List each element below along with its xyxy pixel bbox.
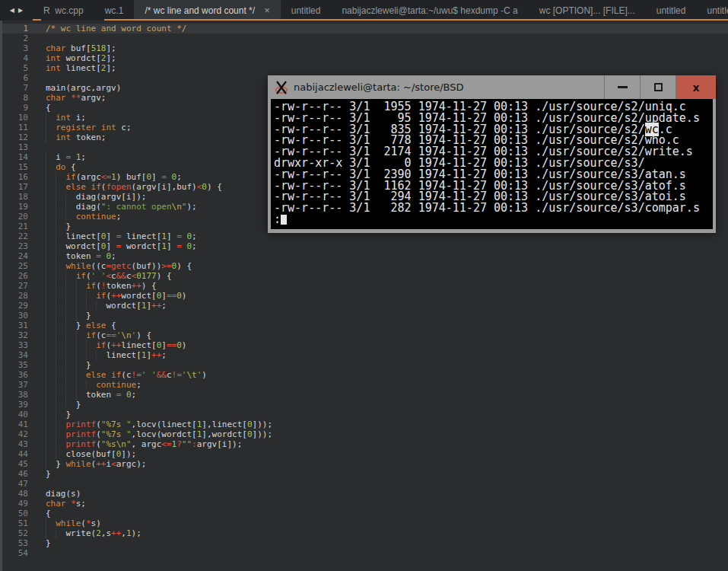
indent-guide — [46, 340, 56, 350]
indent-guide — [76, 340, 86, 350]
code-line[interactable]: 51while(*s) — [0, 518, 728, 528]
code-token: int — [56, 132, 71, 142]
code-line[interactable]: 24token = 0; — [0, 251, 728, 261]
tab[interactable]: R wc.cpp — [33, 0, 94, 21]
tab[interactable]: untitled — [281, 0, 332, 21]
tab[interactable]: untitled — [696, 0, 728, 21]
code-line[interactable]: 2 — [0, 33, 728, 43]
indent-guide — [46, 113, 56, 123]
code-token: if — [76, 271, 86, 281]
code-token: printf — [65, 439, 96, 449]
indent-guide — [56, 400, 65, 410]
code-line[interactable]: 50{ — [0, 509, 728, 518]
code-line[interactable]: 46} — [0, 469, 728, 479]
code-line[interactable]: 25while((c=getc(buf))>=0) { — [0, 261, 728, 271]
code-line[interactable]: 42printf("%7s ",locv(wordct[1],wordct[0]… — [0, 429, 728, 439]
line-number: 38 — [0, 390, 28, 400]
tab[interactable]: /* wc line and word count */× — [134, 0, 280, 21]
code-text: printf("%7s ",locv(wordct[1],wordct[0]))… — [46, 429, 272, 439]
code-line[interactable]: 38token = 0; — [0, 390, 728, 400]
code-line[interactable]: 1/* wc line and word count */ — [0, 24, 728, 33]
code-line[interactable]: 31} else { — [0, 321, 728, 330]
line-number: 53 — [0, 538, 28, 548]
code-token: * — [86, 518, 91, 528]
code-token: ( — [86, 271, 91, 281]
terminal-screen[interactable]: -rw-r--r-- 3/1 1955 1974-11-27 00:13 ./u… — [268, 99, 716, 233]
code-line[interactable]: 30} — [0, 311, 728, 321]
minimize-button[interactable] — [604, 75, 640, 99]
tab[interactable]: wc [OPTION]... [FILE]... — [529, 0, 646, 21]
code-token: getc — [111, 261, 132, 271]
code-line[interactable]: 36else if(c!=' '&&c!='\t') — [0, 370, 728, 380]
code-line[interactable]: 49char *s; — [0, 499, 728, 509]
code-token: = — [96, 251, 101, 261]
code-token: ] — [106, 241, 116, 251]
indent-guide — [46, 162, 56, 172]
code-token: ])); — [253, 419, 273, 429]
line-number: 33 — [0, 340, 28, 350]
indent-guide — [46, 123, 56, 132]
tab-close-icon[interactable]: × — [264, 5, 270, 15]
code-line[interactable]: 3char buf[518]; — [0, 43, 728, 53]
code-text: while((c=getc(buf))>=0) { — [46, 261, 192, 271]
code-line[interactable]: 40} — [0, 410, 728, 419]
code-text: wordct[0] = wordct[1] = 0; — [46, 241, 197, 251]
tab[interactable]: untitled — [646, 0, 697, 21]
code-line[interactable]: 5int linect[2]; — [0, 63, 728, 73]
code-line[interactable]: 48diag(s) — [0, 489, 728, 499]
code-line[interactable]: 43printf("%s\n", argc<=1?"":argv[i]); — [0, 439, 728, 449]
code-text: /* wc line and word count */ — [46, 24, 186, 33]
code-token: <= — [101, 172, 111, 182]
indent-guide — [46, 132, 56, 142]
line-number: 6 — [0, 73, 28, 83]
indent-guide — [56, 340, 65, 350]
code-token: wordct[ — [121, 291, 156, 301]
nav-back-icon[interactable]: ◀ — [10, 7, 14, 14]
code-line[interactable]: 26if(' '<c&&c<0177) { — [0, 271, 728, 281]
code-token: ) { — [157, 271, 172, 281]
close-button[interactable]: x — [676, 75, 716, 99]
terminal-titlebar[interactable]: nabijaczleweli@tarta: ~/store/BSD x — [268, 75, 716, 99]
code-line[interactable]: 54 — [0, 548, 728, 558]
code-token: ; — [192, 231, 197, 241]
code-line[interactable]: 44close(buf[0]); — [0, 449, 728, 459]
code-line[interactable]: 41printf("%7s ",locv(linect[1],linect[0]… — [0, 419, 728, 429]
code-line[interactable]: 23wordct[0] = wordct[1] = 0; — [0, 241, 728, 251]
indent-guide — [46, 370, 56, 380]
line-number: 45 — [0, 459, 28, 469]
code-line[interactable]: 45} while(++i<argc); — [0, 459, 728, 469]
code-line[interactable]: 27if(!token++) { — [0, 281, 728, 291]
code-line[interactable]: 35} — [0, 360, 728, 370]
line-number: 4 — [0, 53, 28, 63]
indent-guide — [46, 202, 56, 212]
code-token: c — [126, 271, 132, 281]
code-line[interactable]: 53} — [0, 538, 728, 548]
indent-guide — [56, 528, 65, 538]
code-line[interactable]: 33if(++linect[0]==0) — [0, 340, 728, 350]
code-token: continue — [76, 212, 116, 222]
code-line[interactable]: 4int wordct[2]; — [0, 53, 728, 63]
nav-forward-icon[interactable]: ▶ — [18, 7, 23, 14]
code-token: char — [46, 499, 66, 509]
line-number: 31 — [0, 321, 28, 330]
code-line[interactable]: 37continue; — [0, 380, 728, 390]
indent-guide — [86, 291, 96, 301]
code-line[interactable]: 47 — [0, 479, 728, 489]
maximize-button[interactable] — [640, 75, 676, 99]
code-line[interactable]: 29wordct[1]++; — [0, 301, 728, 311]
code-token — [86, 182, 91, 192]
code-line[interactable]: 28if(++wordct[0]==0) — [0, 291, 728, 301]
indent-guide — [46, 212, 56, 222]
indent-guide — [56, 172, 65, 182]
code-line[interactable]: 34linect[1]++; — [0, 350, 728, 360]
code-line[interactable]: 39} — [0, 400, 728, 410]
tabbar-accent-dash — [33, 19, 41, 21]
code-line[interactable]: 52write(2,s++,1); — [0, 528, 728, 538]
code-line[interactable]: 32if(c=='\n') { — [0, 330, 728, 340]
line-number: 7 — [0, 83, 28, 93]
line-number: 15 — [0, 162, 28, 172]
tab[interactable]: nabijaczleweli@tarta:~/uwu$ hexdump -C a — [331, 0, 528, 21]
tab[interactable]: wc.1 — [94, 0, 135, 21]
indent-guide — [46, 390, 56, 400]
code-token: = — [176, 241, 182, 251]
